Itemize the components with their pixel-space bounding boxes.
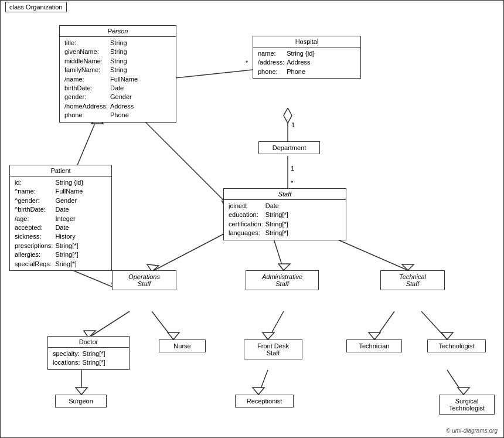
class-patient-title: Patient	[10, 165, 111, 176]
class-staff-title: Staff	[224, 189, 346, 200]
class-front-desk-staff: Front DeskStaff	[244, 339, 302, 359]
svg-line-13	[152, 228, 235, 271]
class-patient: Patient id:String {id} ^name:FullName ^g…	[9, 165, 112, 271]
class-doctor: Doctor specialty:String[*] locations:Str…	[47, 336, 130, 370]
svg-marker-24	[263, 332, 274, 339]
copyright: © uml-diagrams.org	[446, 427, 498, 434]
svg-marker-30	[76, 388, 87, 395]
svg-text:*: *	[246, 59, 248, 66]
class-hospital-body: name:String {id} /address:Address phone:…	[253, 47, 360, 78]
class-surgical-technologist: SurgicalTechnologist	[439, 395, 495, 415]
class-hospital-title: Hospital	[253, 36, 360, 47]
uml-diagram: class Organization * * 1 * 1 *	[0, 0, 504, 438]
class-operations-staff: OperationsStaff	[112, 270, 176, 290]
class-staff: Staff joined:Date education:String[*] ce…	[223, 188, 346, 240]
svg-text:1: 1	[291, 121, 295, 128]
svg-marker-18	[402, 264, 414, 270]
svg-line-19	[88, 311, 130, 338]
class-technologist: Technologist	[427, 339, 486, 352]
class-department: Department	[258, 141, 320, 154]
svg-line-21	[152, 311, 173, 339]
svg-marker-26	[369, 332, 380, 339]
class-person: Person title:String givenName:String mid…	[59, 25, 176, 123]
class-hospital: Hospital name:String {id} /address:Addre…	[253, 36, 361, 79]
svg-text:1: 1	[291, 165, 294, 172]
svg-line-23	[268, 311, 284, 339]
svg-line-9	[75, 118, 97, 171]
class-technical-staff: TechnicalStaff	[380, 270, 445, 290]
svg-line-11	[141, 118, 229, 206]
class-technician: Technician	[346, 339, 402, 352]
svg-marker-16	[278, 264, 290, 270]
svg-marker-22	[168, 332, 179, 339]
svg-marker-32	[253, 388, 264, 395]
class-surgeon: Surgeon	[55, 395, 107, 408]
class-receptionist: Receptionist	[235, 395, 294, 408]
svg-marker-34	[458, 388, 469, 395]
svg-text:*: *	[291, 179, 294, 186]
class-patient-body: id:String {id} ^name:FullName ^gender:Ge…	[10, 176, 111, 270]
class-staff-body: joined:Date education:String[*] certific…	[224, 200, 346, 240]
class-doctor-body: specialty:String[*] locations:String[*]	[48, 348, 129, 369]
class-nurse: Nurse	[159, 339, 206, 352]
class-doctor-title: Doctor	[48, 337, 129, 348]
svg-marker-28	[441, 332, 453, 339]
svg-line-27	[421, 311, 447, 339]
diagram-title: class Organization	[5, 2, 67, 12]
svg-line-25	[374, 311, 394, 339]
class-administrative-staff: AdministrativeStaff	[246, 270, 319, 290]
class-person-title: Person	[60, 26, 176, 37]
svg-line-33	[447, 370, 464, 395]
class-person-body: title:String givenName:String middleName…	[60, 37, 176, 122]
svg-line-31	[258, 370, 268, 395]
